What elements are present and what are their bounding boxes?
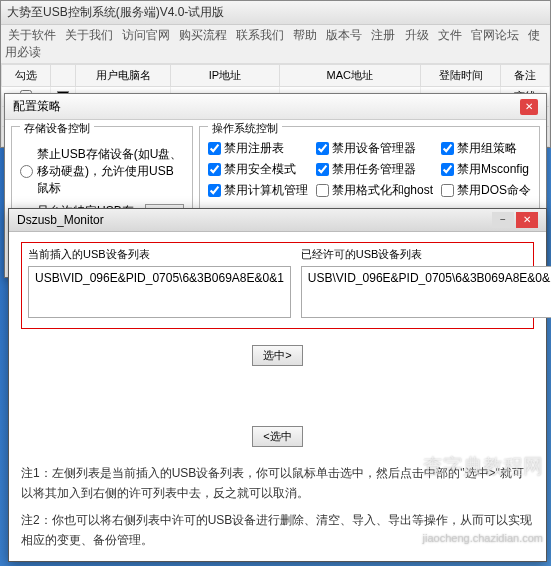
os-checkbox[interactable] [441,163,454,176]
note-1: 注1：左侧列表是当前插入的USB设备列表，你可以鼠标单击选中，然后点击中部的"选… [21,463,534,504]
close-icon[interactable]: ✕ [520,99,538,115]
col-time: 登陆时间 [421,65,501,87]
os-check-item[interactable]: 禁用DOS命令 [441,182,531,199]
list-item[interactable]: USB\VID_096E&PID_0705\6&3B069A8E&0&1 [308,271,551,285]
config-titlebar: 配置策略 ✕ [5,94,546,120]
menu-item[interactable]: 帮助 [293,28,317,42]
menu-item[interactable]: 升级 [405,28,429,42]
os-check-item[interactable]: 禁用设备管理器 [316,140,433,157]
os-check-label: 禁用注册表 [224,140,284,157]
table-header-row: 勾选 用户电脑名 IP地址 MAC地址 登陆时间 备注 [2,65,550,87]
radio-label: 禁止USB存储设备(如U盘、移动硬盘)，允许使用USB鼠标 [37,146,184,197]
os-check-item[interactable]: 禁用组策略 [441,140,531,157]
menu-item[interactable]: 官网论坛 [471,28,519,42]
os-check-item[interactable]: 禁用安全模式 [208,161,308,178]
os-check-item[interactable]: 禁用计算机管理 [208,182,308,199]
os-checkbox[interactable] [441,142,454,155]
col-check: 勾选 [2,65,51,87]
os-fieldset-title: 操作系统控制 [208,121,282,136]
os-checkbox[interactable] [208,184,221,197]
allowed-usb-list-title: 已经许可的USB设备列表 [301,247,551,262]
os-checkbox[interactable] [316,163,329,176]
os-checkbox[interactable] [316,142,329,155]
os-check-item[interactable]: 禁用任务管理器 [316,161,433,178]
note-2: 注2：你也可以将右侧列表中许可的USB设备进行删除、清空、导入、导出等操作，从而… [21,510,534,551]
current-usb-list-title: 当前插入的USB设备列表 [28,247,291,262]
os-check-label: 禁用Msconfig [457,161,529,178]
os-checkbox[interactable] [316,184,329,197]
col-color [51,65,76,87]
os-check-label: 禁用格式化和ghost [332,182,433,199]
col-ip: IP地址 [171,65,279,87]
menu-item[interactable]: 文件 [438,28,462,42]
os-check-item[interactable]: 禁用格式化和ghost [316,182,433,199]
os-check-item[interactable]: 禁用Msconfig [441,161,531,178]
os-checkbox[interactable] [208,142,221,155]
col-mac: MAC地址 [279,65,421,87]
menu-item[interactable]: 访问官网 [122,28,170,42]
list-item[interactable]: USB\VID_096E&PID_0705\6&3B069A8E&0&1 [35,271,284,285]
monitor-title: Dszusb_Monitor [17,213,104,227]
menu-item[interactable]: 关于我们 [65,28,113,42]
col-name: 用户电脑名 [76,65,171,87]
notes-section: 注1：左侧列表是当前插入的USB设备列表，你可以鼠标单击选中，然后点击中部的"选… [21,463,534,557]
close-icon[interactable]: ✕ [516,212,538,228]
config-title: 配置策略 [13,98,61,115]
usb-lists-container: 当前插入的USB设备列表 USB\VID_096E&PID_0705\6&3B0… [21,242,534,329]
os-check-label: 禁用安全模式 [224,161,296,178]
menu-item[interactable]: 关于软件 [8,28,56,42]
current-usb-list[interactable]: USB\VID_096E&PID_0705\6&3B069A8E&0&1 [28,266,291,318]
allowed-usb-list[interactable]: USB\VID_096E&PID_0705\6&3B069A8E&0&1 [301,266,551,318]
minimize-icon[interactable]: − [492,212,514,228]
menu-item[interactable]: 注册 [371,28,395,42]
monitor-titlebar: Dszusb_Monitor − ✕ [9,209,546,232]
col-note: 备注 [500,65,549,87]
os-check-label: 禁用任务管理器 [332,161,416,178]
os-check-label: 禁用设备管理器 [332,140,416,157]
menu-item[interactable]: 版本号 [326,28,362,42]
monitor-dialog: Dszusb_Monitor − ✕ 当前插入的USB设备列表 USB\VID_… [8,208,547,562]
os-checkbox[interactable] [208,163,221,176]
os-check-label: 禁用计算机管理 [224,182,308,199]
unselect-button[interactable]: <选中 [252,426,302,447]
menu-item[interactable]: 联系我们 [236,28,284,42]
main-title: 大势至USB控制系统(服务端)V4.0-试用版 [7,4,224,21]
select-button[interactable]: 选中> [252,345,302,366]
radio-disable-usb[interactable] [20,165,33,178]
menu-item[interactable]: 购买流程 [179,28,227,42]
os-check-label: 禁用DOS命令 [457,182,531,199]
os-check-item[interactable]: 禁用注册表 [208,140,308,157]
main-titlebar: 大势至USB控制系统(服务端)V4.0-试用版 [1,1,550,25]
storage-fieldset-title: 存储设备控制 [20,121,94,136]
os-check-label: 禁用组策略 [457,140,517,157]
menubar: 关于软件 关于我们 访问官网 购买流程 联系我们 帮助 版本号 注册 升级 文件… [1,25,550,64]
os-checkbox[interactable] [441,184,454,197]
